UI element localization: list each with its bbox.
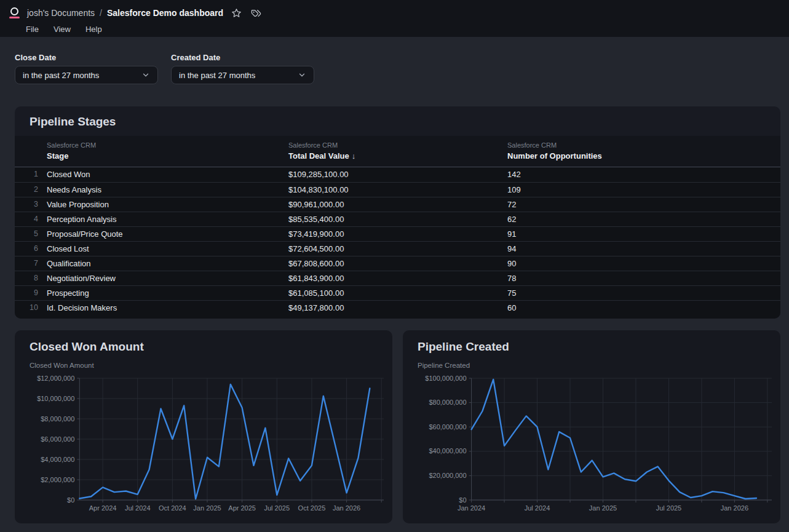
row-number: 8 — [15, 271, 47, 285]
stage-cell: Prospecting — [47, 286, 288, 300]
table-row[interactable]: 6 Closed Lost $72,604,500.00 94 — [15, 241, 780, 256]
row-number: 6 — [15, 242, 47, 256]
table-row[interactable]: 10 Id. Decision Makers $49,137,800.00 60 — [15, 300, 780, 315]
svg-text:Jan 2024: Jan 2024 — [458, 504, 485, 512]
svg-text:$40,000,000: $40,000,000 — [429, 447, 466, 455]
stage-cell: Negotiation/Review — [47, 271, 288, 285]
svg-text:$100,000,000: $100,000,000 — [425, 375, 466, 382]
stage-cell: Value Proposition — [47, 197, 288, 212]
stage-cell: Closed Lost — [47, 242, 288, 256]
logo-underline — [9, 17, 20, 18]
pipeline-stages-card: Pipeline Stages Salesforce CRM Stage Sal… — [15, 106, 780, 319]
svg-text:$0: $0 — [459, 496, 466, 504]
total-deal-value-cell: $104,830,100.00 — [288, 183, 507, 197]
column-header-stage[interactable]: Salesforce CRM Stage — [47, 141, 288, 161]
chart-subtitle: Closed Won Amount — [15, 361, 392, 370]
stage-cell: Id. Decision Makers — [47, 301, 288, 315]
row-number: 7 — [15, 256, 47, 271]
table-row[interactable]: 9 Prospecting $61,085,100.00 75 — [15, 285, 780, 300]
svg-text:$4,000,000: $4,000,000 — [41, 456, 74, 463]
chevron-down-icon — [141, 71, 150, 79]
svg-text:Jul 2024: Jul 2024 — [125, 504, 151, 512]
row-number: 3 — [15, 197, 47, 212]
svg-text:Jan 2025: Jan 2025 — [193, 504, 221, 512]
row-number: 4 — [15, 212, 47, 226]
svg-text:Jan 2025: Jan 2025 — [589, 504, 617, 512]
total-deal-value-cell: $67,808,600.00 — [288, 256, 507, 271]
created-date-select[interactable]: in the past 27 months — [171, 66, 314, 84]
app-logo[interactable] — [7, 7, 21, 18]
opportunities-cell: 72 — [507, 197, 780, 212]
chart-subtitle: Pipeline Created — [403, 361, 780, 370]
logo-ring-icon — [10, 7, 18, 15]
charts-row: Closed Won Amount Closed Won Amount $0$2… — [15, 330, 780, 523]
filter-label-close-date: Close Date — [15, 53, 158, 62]
opportunities-cell: 75 — [507, 286, 780, 300]
close-date-select-value: in the past 27 months — [23, 71, 99, 80]
svg-text:Jul 2024: Jul 2024 — [525, 504, 550, 512]
svg-text:$80,000,000: $80,000,000 — [429, 399, 466, 406]
chart-title: Closed Won Amount — [15, 339, 392, 355]
filter-close-date: Close Date in the past 27 months — [15, 53, 158, 84]
stage-cell: Needs Analysis — [47, 183, 288, 197]
close-date-select[interactable]: in the past 27 months — [15, 66, 158, 84]
column-source: Salesforce CRM — [47, 141, 288, 149]
table-title: Pipeline Stages — [15, 106, 780, 136]
opportunities-cell: 78 — [507, 271, 780, 285]
total-deal-value-cell: $85,535,400.00 — [288, 212, 507, 226]
total-deal-value-cell: $61,085,100.00 — [288, 286, 507, 300]
chevron-down-icon — [298, 71, 306, 79]
svg-text:Jul 2025: Jul 2025 — [656, 504, 682, 512]
column-source: Salesforce CRM — [288, 141, 507, 149]
breadcrumb-parent-link[interactable]: josh's Documents — [27, 8, 95, 18]
total-deal-value-cell: $61,843,900.00 — [288, 271, 507, 285]
opportunities-cell: 62 — [507, 212, 780, 226]
opportunities-cell: 91 — [507, 227, 780, 241]
closed-won-amount-card: Closed Won Amount Closed Won Amount $0$2… — [15, 330, 392, 523]
table-row[interactable]: 8 Negotiation/Review $61,843,900.00 78 — [15, 271, 780, 285]
opportunities-cell: 142 — [507, 167, 780, 182]
svg-text:$10,000,000: $10,000,000 — [37, 395, 74, 402]
opportunities-cell: 90 — [507, 256, 780, 271]
column-name: Number of Opportunities — [507, 151, 780, 161]
column-header-total-deal-value[interactable]: Salesforce CRM Total Deal Value↓ — [288, 141, 507, 161]
pipeline-created-line-chart[interactable]: $0$20,000,000$40,000,000$60,000,000$80,0… — [418, 372, 777, 518]
closed-won-amount-line-chart[interactable]: $0$2,000,000$4,000,000$6,000,000$8,000,0… — [30, 372, 389, 518]
table-row[interactable]: 1 Closed Won $109,285,100.00 142 — [15, 167, 780, 182]
menu-file[interactable]: File — [26, 25, 39, 34]
breadcrumb-separator: / — [100, 8, 102, 18]
sort-descending-icon: ↓ — [352, 151, 356, 161]
svg-text:$2,000,000: $2,000,000 — [41, 476, 74, 483]
menu-view[interactable]: View — [54, 25, 71, 34]
column-name: Stage — [47, 151, 288, 161]
stage-cell: Perception Analysis — [47, 212, 288, 226]
opportunities-cell: 109 — [507, 183, 780, 197]
filter-created-date: Created Date in the past 27 months — [171, 53, 314, 84]
page-title: Salesforce Demo dashboard — [107, 8, 223, 18]
row-number: 10 — [15, 301, 47, 315]
table-row[interactable]: 5 Proposal/Price Quote $73,419,900.00 91 — [15, 226, 780, 241]
menu-bar: File View Help — [26, 25, 779, 34]
table-row[interactable]: 4 Perception Analysis $85,535,400.00 62 — [15, 212, 780, 226]
table-row[interactable]: 3 Value Proposition $90,961,000.00 72 — [15, 197, 780, 212]
table-row[interactable]: 7 Qualification $67,808,600.00 90 — [15, 256, 780, 271]
svg-text:$8,000,000: $8,000,000 — [41, 415, 74, 423]
stage-cell: Proposal/Price Quote — [47, 227, 288, 241]
svg-text:$60,000,000: $60,000,000 — [429, 423, 466, 431]
column-header-number-of-opportunities[interactable]: Salesforce CRM Number of Opportunities — [507, 141, 780, 161]
table-row[interactable]: 2 Needs Analysis $104,830,100.00 109 — [15, 182, 780, 197]
svg-text:Oct 2025: Oct 2025 — [298, 504, 326, 512]
menu-help[interactable]: Help — [85, 25, 102, 34]
total-deal-value-cell: $49,137,800.00 — [288, 301, 507, 315]
star-icon[interactable] — [229, 6, 243, 20]
svg-text:$12,000,000: $12,000,000 — [37, 375, 74, 382]
svg-text:$20,000,000: $20,000,000 — [429, 472, 466, 479]
svg-text:$0: $0 — [67, 496, 74, 504]
row-number: 2 — [15, 183, 47, 197]
filter-bar: Close Date in the past 27 months Created… — [15, 53, 780, 84]
tags-icon[interactable] — [249, 6, 263, 20]
total-deal-value-cell: $73,419,900.00 — [288, 227, 507, 241]
svg-text:Apr 2025: Apr 2025 — [228, 504, 256, 512]
total-deal-value-cell: $109,285,100.00 — [288, 167, 507, 182]
svg-text:Oct 2024: Oct 2024 — [159, 504, 186, 512]
